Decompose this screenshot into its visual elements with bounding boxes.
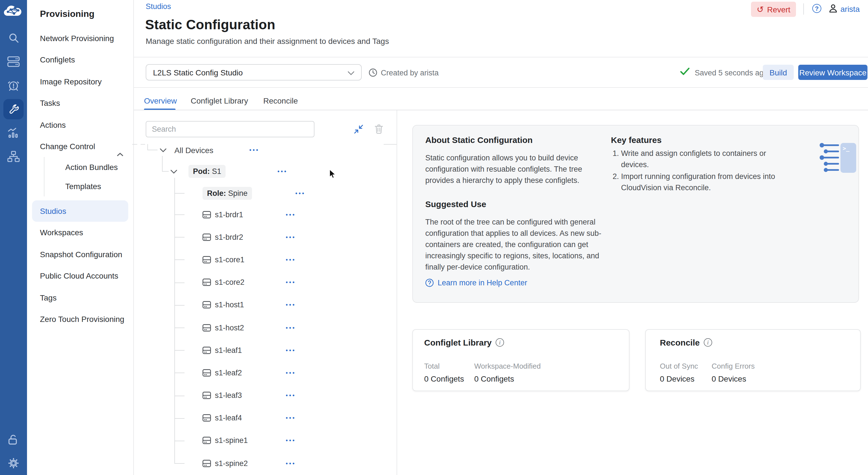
more-actions-icon[interactable]: ••• [286,460,296,466]
tree-node-device[interactable]: s1-host2 ••• [134,316,397,339]
help-center-link[interactable]: Learn more in Help Center [425,278,527,287]
tree-node-role-spine[interactable]: Role: Spine ••• [203,186,306,200]
device-label: s1-spine1 [215,437,248,445]
sidebar-item-public-cloud-accounts[interactable]: Public Cloud Accounts [27,265,133,287]
sidebar-item-templates[interactable]: Templates [44,178,133,197]
info-icon[interactable]: i [704,338,712,347]
more-actions-icon[interactable]: ••• [286,438,296,444]
device-label: s1-leaf2 [215,368,242,377]
more-actions-icon[interactable]: ••• [278,168,288,175]
sidebar-item-configlets[interactable]: Configlets [27,49,133,71]
device-icon [203,437,211,444]
tree-node-device[interactable]: s1-host1 ••• [134,294,397,316]
sidebar-item-image-repository[interactable]: Image Repository [27,71,133,93]
chevron-down-icon[interactable] [170,169,177,174]
device-icon [203,369,211,377]
settings-gear-icon[interactable] [0,457,27,469]
stat-label: Workspace-Modified [474,362,541,370]
tree-search-input[interactable] [146,121,314,137]
configlet-library-title: Configlet Library [424,338,492,347]
more-actions-icon[interactable]: ••• [295,190,306,196]
more-actions-icon[interactable]: ••• [286,234,296,240]
stat-value: 0 Configets [424,374,464,383]
pod-tag-label: Pod: [193,167,210,176]
sidebar: Provisioning Network Provisioning Config… [27,0,134,475]
events-rail-icon[interactable] [0,79,27,92]
metrics-rail-icon[interactable] [0,127,27,140]
more-actions-icon[interactable]: ••• [286,279,296,285]
sidebar-item-snapshot-configuration[interactable]: Snapshot Configuration [27,243,133,265]
device-label: s1-leaf1 [215,346,242,354]
collapse-all-icon[interactable] [354,124,363,136]
sidebar-item-tasks[interactable]: Tasks [27,92,133,114]
user-icon[interactable] [828,3,838,16]
tree-node-device[interactable]: s1-core2 ••• [134,271,397,294]
more-actions-icon[interactable]: ••• [286,302,296,308]
tree-node-device[interactable]: s1-leaf1 ••• [134,339,397,361]
pod-tag-value: S1 [212,167,221,176]
studio-selector[interactable]: L2LS Static Config Studio [146,64,362,81]
sidebar-item-tags[interactable]: Tags [27,287,133,308]
more-actions-icon[interactable]: ••• [286,324,296,331]
search-rail-icon[interactable] [0,32,27,44]
tree-node-device[interactable]: s1-brdr1 ••• [134,203,397,226]
tree-node-pod-s1[interactable]: Pod: S1 ••• [170,165,288,178]
sidebar-item-network-provisioning[interactable]: Network Provisioning [27,28,133,49]
role-tag-label: Role: [207,189,226,197]
more-actions-icon[interactable]: ••• [286,211,296,217]
revert-button[interactable]: ↺ Revert [751,2,796,17]
more-actions-icon[interactable]: ••• [286,370,296,376]
device-label: s1-brdr2 [215,233,243,241]
tree-node-device[interactable]: s1-spine2 ••• [134,452,397,474]
stat-label: Config Errors [712,362,755,370]
sidebar-item-actions[interactable]: Actions [27,114,133,136]
stat-label: Out of Sync [660,362,698,370]
tree-clipped-connector [132,144,137,145]
topology-rail-icon[interactable] [0,151,27,162]
chevron-down-icon[interactable] [160,148,166,152]
tab-configlet-library[interactable]: Configlet Library [191,96,248,105]
tree-node-all-devices[interactable]: All Devices ••• [160,144,259,156]
tree-clipped-connector [384,144,397,145]
provisioning-rail-icon[interactable] [3,99,24,119]
sidebar-item-workspaces[interactable]: Workspaces [27,222,133,244]
cloudvision-logo-icon[interactable] [0,3,27,19]
tree-node-device[interactable]: s1-leaf4 ••• [134,407,397,429]
sidebar-item-zero-touch-provisioning[interactable]: Zero Touch Provisioning [27,308,133,330]
unlock-rail-icon[interactable] [0,433,27,446]
more-actions-icon[interactable]: ••• [249,147,259,153]
header-divider [803,3,804,14]
device-label: s1-host1 [215,301,244,309]
suggested-use-body: The root of the tree can be configured w… [425,217,604,273]
configlet-library-card: Configlet Library i Total Workspace-Modi… [412,329,629,391]
sidebar-item-change-control[interactable]: Change Control [27,136,133,157]
sidebar-item-studios[interactable]: Studios [32,201,128,222]
tab-reconcile[interactable]: Reconcile [263,96,298,105]
stat-value: 0 Devices [712,374,746,383]
help-center-link-label: Learn more in Help Center [438,278,527,287]
username-link[interactable]: arista [840,4,860,13]
tree-node-device[interactable]: s1-spine1 ••• [134,429,397,452]
help-icon[interactable]: ? [812,4,821,13]
devices-rail-icon[interactable] [0,56,27,67]
more-actions-icon[interactable]: ••• [286,347,296,353]
more-actions-icon[interactable]: ••• [286,415,296,421]
more-actions-icon[interactable]: ••• [286,392,296,398]
tree-connector [162,156,162,172]
pod-tag: Pod: S1 [188,165,226,178]
review-workspace-button[interactable]: Review Workspace [798,65,867,80]
tree-node-device[interactable]: s1-leaf3 ••• [134,384,397,407]
tree-node-device[interactable]: s1-leaf2 ••• [134,362,397,384]
device-label: s1-spine2 [215,459,248,467]
tree-node-device[interactable]: s1-brdr2 ••• [134,226,397,248]
build-button[interactable]: Build [763,65,794,80]
more-actions-icon[interactable]: ••• [286,257,296,263]
tree-node-device[interactable]: s1-core1 ••• [134,248,397,271]
page-subtitle: Manage static configuration and their as… [146,37,389,46]
tab-overview[interactable]: Overview [144,96,177,105]
suggested-use-heading: Suggested Use [425,199,486,209]
trash-icon[interactable] [375,124,383,136]
chevron-down-icon [348,68,354,77]
breadcrumb[interactable]: Studios [146,2,171,11]
info-icon[interactable]: i [496,338,504,347]
